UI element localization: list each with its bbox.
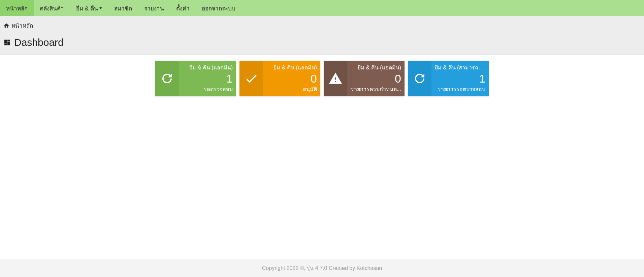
nav-item-4[interactable]: รายงาน: [138, 0, 170, 16]
breadcrumb-home[interactable]: หน้าหลัก: [11, 21, 33, 30]
nav-item-label: คลังสินค้า: [40, 4, 64, 13]
card-value: 0: [351, 73, 401, 84]
nav-item-label: ตั้งค่า: [176, 4, 190, 13]
nav-item-label: หน้าหลัก: [6, 4, 28, 13]
nav-item-label: ยืม & คืน: [76, 4, 98, 13]
nav-item-label: สมาชิก: [114, 4, 132, 13]
card-value: 1: [435, 73, 485, 84]
card-desc: รายการครบกำหนด...: [351, 85, 401, 93]
nav-item-6[interactable]: ออกจากระบบ: [196, 0, 242, 16]
card-value: 1: [182, 73, 233, 84]
dashboard-cards: ยืม & คืน (แอดมิน)1รอตรวจสอบยืม & คืน (แ…: [0, 55, 644, 102]
card-title: ยืม & คืน (แอดมิน): [266, 63, 317, 72]
nav-item-0[interactable]: หน้าหลัก: [0, 0, 34, 16]
main-navbar: หน้าหลักคลังสินค้ายืม & คืนสมาชิกรายงานต…: [0, 0, 644, 16]
card-desc: อนุมัติ: [266, 85, 317, 93]
card-title: ยืม & คืน (แอดมิน): [182, 63, 233, 72]
dashboard-card-3[interactable]: ยืม & คืน (สามารถอ...1รายการรอตรวจสอบ: [408, 61, 489, 96]
dashboard-card-0[interactable]: ยืม & คืน (แอดมิน)1รอตรวจสอบ: [155, 61, 236, 96]
check-icon: [239, 61, 263, 96]
refresh-icon: [155, 61, 179, 96]
nav-item-5[interactable]: ตั้งค่า: [170, 0, 196, 16]
chevron-down-icon: [99, 7, 102, 9]
card-desc: รายการรอตรวจสอบ: [435, 85, 485, 93]
refresh-icon: [408, 61, 431, 96]
nav-item-label: รายงาน: [144, 4, 164, 13]
card-title: ยืม & คืน (สามารถอ...: [435, 63, 485, 72]
nav-item-1[interactable]: คลังสินค้า: [34, 0, 70, 16]
card-value: 0: [266, 73, 317, 84]
breadcrumb: หน้าหลัก: [0, 16, 644, 33]
nav-item-3[interactable]: สมาชิก: [108, 0, 138, 16]
warning-icon: [324, 61, 347, 96]
dashboard-card-1[interactable]: ยืม & คืน (แอดมิน)0อนุมัติ: [239, 61, 320, 96]
card-desc: รอตรวจสอบ: [182, 85, 233, 93]
card-title: ยืม & คืน (แอดมิน): [351, 63, 401, 72]
nav-item-label: ออกจากระบบ: [202, 4, 235, 13]
dashboard-card-2[interactable]: ยืม & คืน (แอดมิน)0รายการครบกำหนด...: [324, 61, 405, 96]
page-header: Dashboard: [0, 33, 644, 55]
dashboard-icon: [3, 39, 11, 46]
nav-item-2[interactable]: ยืม & คืน: [70, 0, 108, 16]
page-title: Dashboard: [14, 37, 64, 48]
home-icon: [3, 23, 9, 29]
